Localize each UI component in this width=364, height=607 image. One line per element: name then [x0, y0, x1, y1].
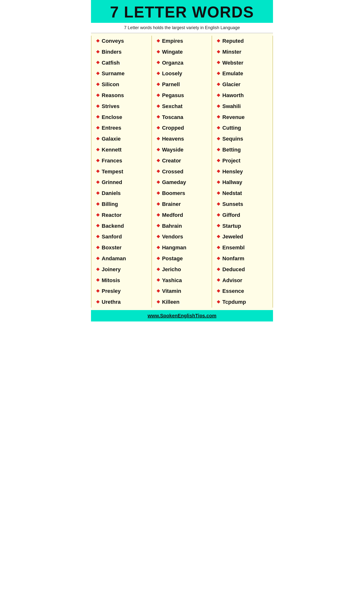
- word-item: ❖Silicon: [91, 79, 151, 90]
- word-item: ❖Killeen: [152, 297, 212, 308]
- diamond-icon: ❖: [156, 125, 160, 131]
- word-item: ❖Postage: [152, 253, 212, 264]
- word-item: ❖Daniels: [91, 188, 151, 199]
- word-item: ❖Startup: [212, 221, 273, 232]
- word-item: ❖Heavens: [152, 133, 212, 145]
- word-text: Daniels: [102, 190, 121, 197]
- diamond-icon: ❖: [96, 38, 100, 44]
- word-text: Nedstat: [222, 190, 242, 197]
- word-item: ❖Essence: [212, 286, 273, 297]
- diamond-icon: ❖: [156, 169, 160, 175]
- word-item: ❖Loosely: [152, 68, 212, 79]
- word-item: ❖Sexchat: [152, 101, 212, 112]
- word-text: Creator: [162, 157, 181, 165]
- word-text: Sexchat: [162, 103, 182, 110]
- word-item: ❖Wingate: [152, 47, 212, 58]
- diamond-icon: ❖: [216, 212, 220, 218]
- word-text: Reputed: [222, 37, 244, 45]
- diamond-icon: ❖: [216, 60, 220, 66]
- word-text: Nonfarm: [222, 255, 244, 263]
- word-text: Gameday: [162, 179, 186, 186]
- word-item: ❖Emulate: [212, 68, 273, 79]
- word-text: Presley: [102, 288, 121, 295]
- word-text: Swahili: [222, 103, 241, 110]
- diamond-icon: ❖: [216, 234, 220, 240]
- diamond-icon: ❖: [216, 223, 220, 229]
- diamond-icon: ❖: [96, 147, 100, 153]
- word-item: ❖Boxster: [91, 242, 151, 253]
- word-item: ❖Webster: [212, 58, 273, 68]
- word-item: ❖Conveys: [91, 36, 151, 47]
- word-item: ❖Vitamin: [152, 286, 212, 297]
- word-text: Essence: [222, 288, 244, 295]
- diamond-icon: ❖: [156, 136, 160, 142]
- word-text: Glacier: [222, 81, 240, 88]
- word-item: ❖Organza: [152, 58, 212, 68]
- diamond-icon: ❖: [96, 125, 100, 131]
- word-text: Mitosis: [102, 277, 120, 284]
- word-text: Grinned: [102, 179, 122, 186]
- word-item: ❖Haworth: [212, 90, 273, 101]
- word-item: ❖Reactor: [91, 210, 151, 221]
- word-item: ❖Gameday: [152, 177, 212, 188]
- word-text: Binders: [102, 48, 122, 56]
- diamond-icon: ❖: [216, 190, 220, 197]
- word-text: Pegasus: [162, 92, 184, 99]
- word-item: ❖Nonfarm: [212, 253, 273, 264]
- word-item: ❖Backend: [91, 221, 151, 232]
- column-2: ❖Empires❖Wingate❖Organza❖Loosely❖Parnell…: [152, 36, 212, 308]
- word-item: ❖Reasons: [91, 90, 151, 101]
- word-text: Jeweled: [222, 233, 243, 241]
- word-text: Cropped: [162, 124, 184, 132]
- column-3: ❖Reputed❖Minster❖Webster❖Emulate❖Glacier…: [212, 36, 273, 308]
- word-item: ❖Andaman: [91, 253, 151, 264]
- word-item: ❖Deduced: [212, 264, 273, 275]
- word-text: Bahrain: [162, 222, 182, 230]
- diamond-icon: ❖: [216, 125, 220, 131]
- diamond-icon: ❖: [96, 179, 100, 185]
- word-item: ❖Sequins: [212, 133, 273, 145]
- word-item: ❖Minster: [212, 47, 273, 58]
- diamond-icon: ❖: [156, 179, 160, 185]
- word-text: Urethra: [102, 298, 121, 306]
- word-text: Organza: [162, 59, 183, 67]
- diamond-icon: ❖: [156, 256, 160, 262]
- diamond-icon: ❖: [156, 60, 160, 66]
- word-item: ❖Boomers: [152, 188, 212, 199]
- word-text: Galaxie: [102, 135, 121, 143]
- word-item: ❖Mitosis: [91, 275, 151, 286]
- diamond-icon: ❖: [156, 92, 160, 99]
- diamond-icon: ❖: [156, 288, 160, 294]
- diamond-icon: ❖: [96, 277, 100, 283]
- word-text: Empires: [162, 37, 183, 45]
- diamond-icon: ❖: [96, 136, 100, 142]
- diamond-icon: ❖: [96, 114, 100, 120]
- word-text: Reactor: [102, 211, 122, 219]
- diamond-icon: ❖: [96, 267, 100, 273]
- word-text: Webster: [222, 59, 243, 67]
- diamond-icon: ❖: [216, 169, 220, 175]
- diamond-icon: ❖: [216, 136, 220, 142]
- diamond-icon: ❖: [96, 92, 100, 99]
- word-item: ❖Medford: [152, 210, 212, 221]
- diamond-icon: ❖: [96, 245, 100, 251]
- word-text: Andaman: [102, 255, 126, 263]
- word-text: Billing: [102, 200, 118, 208]
- word-item: ❖Hallway: [212, 177, 273, 188]
- diamond-icon: ❖: [156, 114, 160, 120]
- word-item: ❖Strives: [91, 101, 151, 112]
- word-item: ❖Toscana: [152, 112, 212, 123]
- diamond-icon: ❖: [216, 38, 220, 44]
- word-item: ❖Nedstat: [212, 188, 273, 199]
- footer-url: www.SpokenEnglishTips.com: [148, 313, 216, 318]
- word-item: ❖Jeweled: [212, 231, 273, 242]
- diamond-icon: ❖: [156, 277, 160, 283]
- word-text: Backend: [102, 222, 124, 230]
- word-text: Boomers: [162, 190, 185, 197]
- diamond-icon: ❖: [156, 158, 160, 164]
- diamond-icon: ❖: [96, 288, 100, 294]
- word-item: ❖Tcpdump: [212, 297, 273, 308]
- word-text: Vitamin: [162, 288, 181, 295]
- word-text: Sunsets: [222, 200, 243, 208]
- word-item: ❖Hensley: [212, 166, 273, 177]
